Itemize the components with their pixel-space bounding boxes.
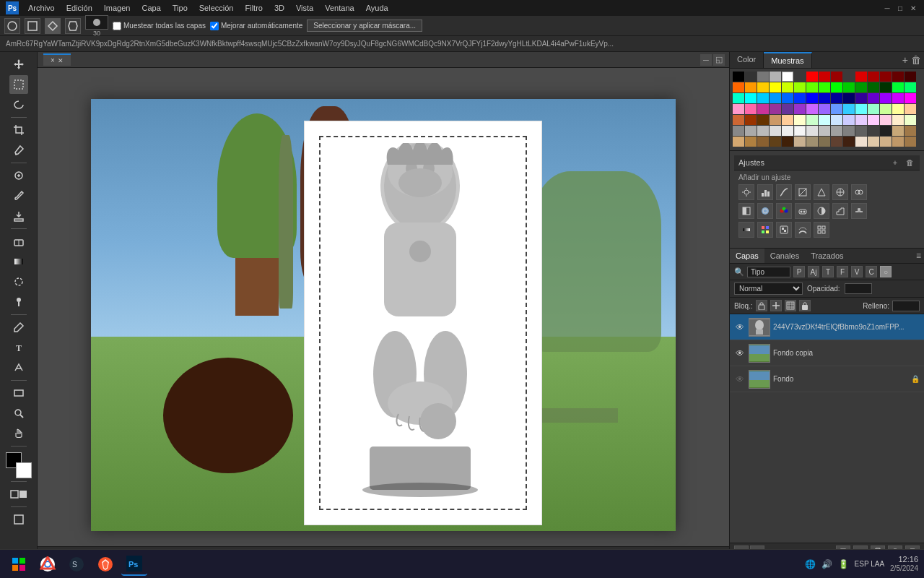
sw-g85[interactable] — [806, 126, 818, 136]
tool-mode-1[interactable] — [4, 18, 20, 34]
sw-pink3[interactable] — [757, 104, 769, 114]
sw-green4[interactable] — [843, 82, 855, 92]
canvas-scroll[interactable] — [38, 76, 729, 554]
sw-yellow1[interactable] — [757, 82, 769, 92]
swatch-dark-gray[interactable] — [745, 72, 757, 82]
sw-green1[interactable] — [806, 82, 818, 92]
sw-cream[interactable] — [794, 115, 806, 125]
sw-g65[interactable] — [831, 126, 842, 136]
adj-hsl-icon[interactable] — [832, 184, 848, 200]
sw-pink1[interactable] — [733, 104, 744, 114]
menu-tipo[interactable]: Tipo — [167, 2, 193, 14]
sw-g70[interactable] — [757, 126, 769, 136]
swatch-white[interactable] — [782, 72, 793, 82]
sw-lavender[interactable] — [843, 115, 855, 125]
select-mask-button[interactable]: Seleccionar y aplicar máscara... — [307, 20, 422, 32]
tool-pen[interactable] — [9, 318, 28, 337]
sw-ivory[interactable] — [892, 115, 904, 125]
layers-panel-menu-icon[interactable]: ≡ — [916, 251, 921, 261]
sw-sand2[interactable] — [892, 137, 904, 147]
swatch-dkred-2[interactable] — [868, 72, 879, 82]
sw-blue2[interactable] — [794, 93, 806, 103]
sw-tan1[interactable] — [770, 115, 781, 125]
layers-tab-trazados[interactable]: Trazados — [805, 249, 849, 263]
sw-dkgreen2[interactable] — [880, 82, 892, 92]
sw-yellgreen2[interactable] — [794, 82, 806, 92]
panel-detach-icon[interactable]: ◱ — [713, 54, 725, 66]
swatch-black[interactable] — [733, 72, 744, 82]
adj-phfilter-icon[interactable] — [757, 203, 773, 219]
sw-lilac[interactable] — [855, 115, 867, 125]
sw-g30[interactable] — [868, 126, 879, 136]
swatch-dkred-3[interactable] — [880, 72, 892, 82]
sw-g60[interactable] — [745, 126, 757, 136]
menu-ayuda[interactable]: Ayuda — [361, 2, 393, 14]
sw-ltgrn[interactable] — [880, 104, 892, 114]
layers-filter-icon-3[interactable]: T — [822, 266, 834, 277]
tool-shape[interactable] — [9, 384, 28, 402]
layers-filter-icon-1[interactable]: P — [793, 266, 805, 277]
sw-dkblue2[interactable] — [831, 93, 842, 103]
tool-stamp[interactable] — [9, 207, 28, 225]
sw-skyblue[interactable] — [843, 104, 855, 114]
adj-invert-icon[interactable] — [814, 203, 829, 219]
taskbar-photoshop[interactable]: Ps — [121, 553, 147, 576]
sw-g40[interactable] — [855, 126, 867, 136]
swatch-dkred-4[interactable] — [892, 72, 904, 82]
tab-color[interactable]: Color — [730, 52, 764, 68]
taskbar-chrome[interactable] — [35, 553, 61, 576]
document-tab[interactable]: × ✕ — [43, 53, 71, 66]
sw-magenta2[interactable] — [905, 93, 916, 103]
checkbox-muestear-input[interactable] — [113, 22, 121, 30]
sw-yellgreen1[interactable] — [782, 82, 793, 92]
sw-purple1[interactable] — [855, 93, 867, 103]
swatch-light-gray[interactable] — [770, 72, 781, 82]
layer-item-1[interactable]: 👁 244V73vzDKf4trElQfBbmo9oZ1omFPP... — [730, 314, 924, 340]
menu-seleccion[interactable]: Selección — [194, 2, 239, 14]
tool-path-select[interactable] — [9, 358, 28, 377]
taskbar-start[interactable] — [6, 553, 32, 576]
tool-screen-mode[interactable] — [9, 510, 28, 529]
swatch-red-3[interactable] — [831, 72, 842, 82]
sw-tan4[interactable] — [905, 126, 916, 136]
sw-tan2[interactable] — [782, 115, 793, 125]
layers-filter-icon-5[interactable]: V — [851, 266, 863, 277]
sw-wb10[interactable] — [843, 137, 855, 147]
menu-capa[interactable]: Capa — [136, 2, 165, 14]
layer-eye-3[interactable]: 👁 — [734, 374, 746, 385]
minimize-button[interactable]: ─ — [882, 3, 892, 13]
adj-bright2-icon[interactable] — [776, 222, 792, 238]
canvas-area[interactable]: × ✕ ─ ◱ — [38, 52, 729, 562]
adj-levels-icon[interactable] — [757, 184, 773, 200]
lock-all-icon[interactable] — [799, 300, 811, 311]
sw-wb7[interactable] — [806, 137, 818, 147]
menu-archivo[interactable]: Archivo — [23, 2, 60, 14]
adj-chanmix-icon[interactable] — [776, 203, 792, 219]
sw-sand1[interactable] — [880, 137, 892, 147]
sw-wb6[interactable] — [794, 137, 806, 147]
sw-g80[interactable] — [770, 126, 781, 136]
tool-zoom[interactable] — [9, 404, 28, 423]
adj-add-icon[interactable]: + — [889, 157, 901, 168]
sw-orange[interactable] — [733, 82, 744, 92]
layer-item-2[interactable]: 👁 Fondo copia — [730, 340, 924, 366]
layer-item-3[interactable]: 👁 Fondo 🔒 — [730, 366, 924, 392]
sw-violet1[interactable] — [770, 104, 781, 114]
sw-ltpurp1[interactable] — [794, 104, 806, 114]
sw-wb5[interactable] — [782, 137, 793, 147]
sw-ltblue2[interactable] — [770, 93, 781, 103]
adj-colorbal-icon[interactable] — [851, 184, 867, 200]
fill-input[interactable]: 100% — [892, 301, 920, 311]
sw-dkblue3[interactable] — [843, 93, 855, 103]
sw-seafoam[interactable] — [868, 104, 879, 114]
adj-curves-icon[interactable] — [776, 184, 792, 200]
tool-gradient[interactable] — [9, 252, 28, 271]
sw-teal2[interactable] — [905, 82, 916, 92]
layers-filter-icon-6[interactable]: C — [866, 266, 877, 277]
sw-g90[interactable] — [782, 126, 793, 136]
tool-brush[interactable] — [9, 186, 28, 205]
adj-selcolor-icon[interactable] — [757, 222, 773, 238]
sw-teal1[interactable] — [892, 82, 904, 92]
sw-pink2[interactable] — [745, 104, 757, 114]
adj-threshold-icon[interactable] — [851, 203, 867, 219]
